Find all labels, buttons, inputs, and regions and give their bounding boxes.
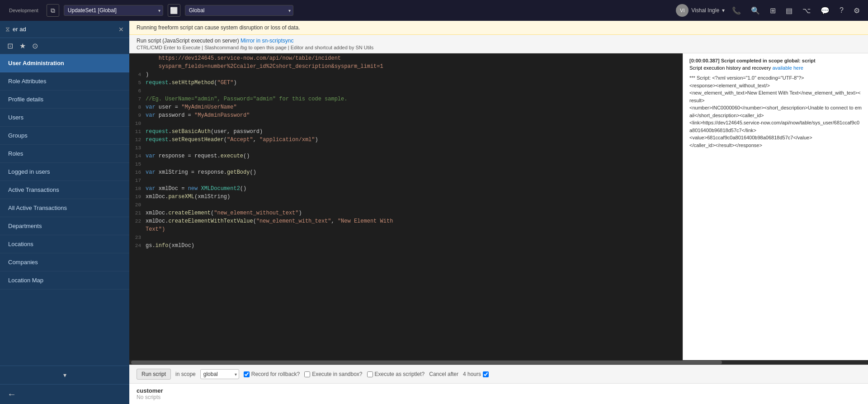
execute-sandbox-checkbox-wrap[interactable]: Execute in sandbox? [304,371,362,377]
update-set-wrapper: UpdateSet1 [Global] [64,5,163,16]
code-line-17: 17 [129,177,683,185]
sidebar-item-companies[interactable]: Companies [0,253,129,271]
sidebar: ⧖ ✕ ⊡ ★ ⊙ User Administration Role Attri… [0,21,129,404]
code-line-18: 18 var xmlDoc = new XMLDocument2() [129,185,683,194]
script-header: Run script (JavaScript executed on serve… [129,35,868,53]
sidebar-item-label: Users [8,114,24,121]
execute-scriptlet-checkbox[interactable] [367,371,373,377]
sidebar-item-label: Active Transactions [8,186,59,193]
sidebar-bottom: ← [0,384,129,404]
code-line-9: 9 var password = "MyAdminPassword" [129,112,683,120]
code-line-12: 12 request.setRequestHeader("Accept", "a… [129,137,683,145]
script-header-title: Run script (JavaScript executed on serve… [137,38,239,44]
customer-title: customer [137,387,861,394]
code-line-10: 10 [129,120,683,128]
code-line-16: 16 var xmlString = response.getBody() [129,169,683,177]
sidebar-search-input[interactable] [13,26,116,33]
code-line-url1: https://dev124645.service-now.com/api/no… [129,55,683,63]
code-icon[interactable]: ⌥ [800,5,813,17]
sidebar-home-icon[interactable]: ⊡ [7,42,13,50]
sidebar-item-user-administration[interactable]: User Administration [0,54,129,72]
sidebar-item-active-transactions[interactable]: Active Transactions [0,181,129,199]
run-script-button[interactable]: Run script [137,369,171,380]
user-info[interactable]: VI Vishal Ingle ▾ [676,4,725,17]
brand-logo-area: servicenow Development [5,8,38,13]
update-set-select[interactable]: UpdateSet1 [Global] [64,5,163,16]
sidebar-item-location-map[interactable]: Location Map [0,271,129,290]
code-line-21: 21 xmlDoc.createElement("new_element_wit… [129,210,683,218]
search-icon[interactable]: 🔍 [748,5,763,17]
clear-search-button[interactable]: ✕ [118,26,124,33]
warning-bar: Running freeform script can cause system… [129,21,868,35]
chat-icon[interactable]: 💬 [818,5,832,17]
warning-text: Running freeform script can cause system… [137,24,300,31]
scope-select[interactable]: Global [185,5,293,16]
record-rollback-label: Record for rollback? [251,371,300,377]
code-line-url2: sysparm_fields=number%2Ccaller_id%2Cshor… [129,63,683,71]
user-dropdown-icon: ▾ [722,7,725,14]
code-line-22b: Text") [129,226,683,234]
code-line-22: 22 xmlDoc.createElementWithTextValue("ne… [129,218,683,226]
code-panel[interactable]: https://dev124645.service-now.com/api/no… [129,53,683,360]
output-panel: [0:00:00.387] Script completed in scope … [683,53,868,360]
main-content: Running freeform script can cause system… [129,21,868,404]
code-line-11: 11 request.setBasicAuth(user, password) [129,128,683,137]
code-line-7: 7 //Eg. UserName="admin", Password="admi… [129,96,683,104]
output-content: *** Script: <?xml version="1.0" encoding… [689,74,862,149]
scope-wrapper: Global [185,5,293,16]
code-line-15: 15 [129,161,683,169]
avatar: VI [676,4,689,17]
sidebar-item-label: Companies [8,259,38,266]
sidebar-item-groups[interactable]: Groups [0,127,129,145]
main-layout: ⧖ ✕ ⊡ ★ ⊙ User Administration Role Attri… [0,21,868,404]
history-link[interactable]: available here [772,65,803,71]
grid-icon[interactable]: ⊞ [767,5,778,17]
code-line-19: 19 xmlDoc.parseXML(xmlString) [129,194,683,202]
output-status: [0:00:00.387] Script completed in scope … [689,58,862,63]
code-line-6: 6 [129,88,683,96]
sidebar-item-label: Groups [8,132,28,139]
no-scripts-text: No scripts [137,394,861,400]
sidebar-item-locations[interactable]: Locations [0,235,129,253]
sidebar-scroll-down-button[interactable]: ▾ [0,369,129,381]
execute-sandbox-checkbox[interactable] [304,371,310,377]
code-line-23: 23 [129,234,683,242]
customer-section: customer No scripts [129,383,868,404]
help-icon[interactable]: ? [837,5,846,16]
cancel-hours-checkbox[interactable] [483,371,489,377]
record-rollback-checkbox-wrap[interactable]: Record for rollback? [244,371,300,377]
code-line-14: 14 var response = request.execute() [129,153,683,161]
env-badge: Development [9,8,38,13]
compact-icon[interactable]: ⧉ [47,4,59,17]
sidebar-item-role-attributes[interactable]: Role Attributes [0,72,129,90]
sidebar-item-profile-details[interactable]: Profile details [0,90,129,109]
sidebar-item-label: User Administration [8,60,64,67]
run-bar: Run script in scope globalapplication ▾ … [129,365,868,383]
cancel-hours-wrap[interactable]: 4 hours [463,371,489,377]
back-button[interactable]: ← [7,389,16,399]
sidebar-history-icon[interactable]: ⊙ [32,42,38,50]
phone-icon[interactable]: 📞 [729,5,744,17]
scope-dropdown[interactable]: globalapplication [200,369,239,379]
sidebar-item-label: Location Map [8,277,43,284]
settings-icon[interactable]: ⚙ [851,5,863,17]
sidebar-item-users[interactable]: Users [0,109,129,127]
user-name: Vishal Ingle [691,7,719,14]
code-horizontal-scrollbar[interactable] [129,360,868,365]
history-label: Script execution history and recovery [689,65,771,71]
execute-scriptlet-checkbox-wrap[interactable]: Execute as scriptlet? [367,371,425,377]
cancel-value: 4 hours [463,371,481,377]
sidebar-favorites-icon[interactable]: ★ [19,42,26,50]
shortcut-bar: CTRL/CMD Enter to Execute | Slashcommand… [137,45,861,50]
sidebar-item-label: All Active Transactions [8,204,67,211]
record-rollback-checkbox[interactable] [244,371,250,377]
in-scope-label: in scope [175,371,196,377]
cancel-after-label: Cancel after [429,371,458,377]
screen-toggle-icon[interactable]: ⬜ [168,4,180,17]
sidebar-item-departments[interactable]: Departments [0,217,129,235]
layout-icon[interactable]: ▤ [783,5,795,17]
sidebar-item-roles[interactable]: Roles [0,145,129,163]
sidebar-item-logged-in-users[interactable]: Logged in users [0,163,129,181]
mirror-link[interactable]: Mirror in sn-scriptsync [241,38,293,44]
sidebar-item-all-active-transactions[interactable]: All Active Transactions [0,199,129,217]
